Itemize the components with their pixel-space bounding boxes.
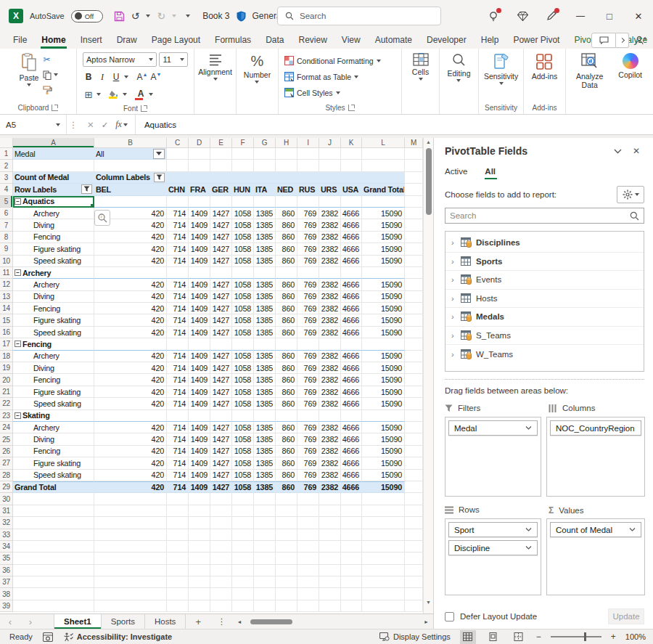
cell-M39[interactable] [405,600,423,612]
cell-H25[interactable]: 860 [276,433,297,445]
row-header-39[interactable]: 39 [0,600,13,612]
cell-A5[interactable]: −Aquatics [13,196,94,208]
cell-G30[interactable] [254,493,276,505]
cell-L37[interactable] [362,576,405,588]
row-header-1[interactable]: 1 [0,148,13,160]
cell-H9[interactable]: 860 [276,243,297,255]
cell-L23[interactable] [362,410,405,422]
cell-H2[interactable] [276,160,297,171]
row-header-10[interactable]: 10 [0,256,13,267]
dropdown-icon[interactable] [153,149,165,159]
cell-L12[interactable]: 15090 [362,279,405,290]
cell-A14[interactable]: Fencing [13,303,94,314]
cell-L19[interactable]: 15090 [362,362,405,374]
cell-F29[interactable]: 1058 [232,481,254,493]
filter-icon[interactable] [81,184,92,194]
cell-M13[interactable] [405,291,423,303]
cell-M3[interactable] [405,172,423,184]
row-header-29[interactable]: 29 [0,481,13,493]
cell-H3[interactable] [276,172,297,184]
cell-A37[interactable] [13,576,94,588]
expand-chevron-icon[interactable]: › [451,257,456,266]
cell-D36[interactable] [189,565,210,576]
ribbon-tab-home[interactable]: Home [34,32,73,49]
cell-H5[interactable] [276,196,297,208]
accessibility-icon[interactable] [63,632,73,642]
cell-F23[interactable] [232,410,254,422]
row-header-17[interactable]: 17 [0,338,13,350]
cell-L13[interactable]: 15090 [362,291,405,303]
cell-C5[interactable] [167,196,189,208]
cell-L39[interactable] [362,600,405,612]
row-header-28[interactable]: 28 [0,470,13,481]
cell-E6[interactable]: 1427 [210,208,232,219]
cell-L10[interactable]: 15090 [362,256,405,267]
cell-B12[interactable]: 420 [94,279,167,290]
col-header-B[interactable]: B [94,138,167,148]
cell-E2[interactable] [210,160,232,171]
cell-J10[interactable]: 2382 [319,256,341,267]
cell-G9[interactable]: 1385 [254,243,276,255]
cell-G16[interactable]: 1385 [254,327,276,338]
cell-D32[interactable] [189,517,210,529]
cell-G25[interactable]: 1385 [254,433,276,445]
cell-H4[interactable]: NED [276,184,297,195]
bold-button[interactable]: B [83,72,94,82]
cell-M24[interactable] [405,422,423,433]
cell-F12[interactable]: 1058 [232,279,254,290]
cell-E30[interactable] [210,493,232,505]
cell-M31[interactable] [405,505,423,517]
cell-D39[interactable] [189,600,210,612]
col-header-H[interactable]: H [276,138,297,148]
cell-M6[interactable] [405,208,423,219]
cell-G27[interactable]: 1385 [254,457,276,469]
cell-A29[interactable]: Grand Total [13,481,94,493]
underline-chevron-icon[interactable] [124,76,128,78]
cell-I5[interactable] [297,196,319,208]
cell-L4[interactable]: Grand Total [362,184,405,195]
scroll-down-icon[interactable]: ▼ [424,600,433,605]
cell-F27[interactable]: 1058 [232,457,254,469]
cell-A22[interactable]: Speed skating [13,398,94,409]
col-header-C[interactable]: C [167,138,189,148]
filters-area-box[interactable]: Medal [445,417,541,497]
cell-C23[interactable] [167,410,189,422]
cell-C17[interactable] [167,338,189,350]
cell-C8[interactable]: 714 [167,232,189,243]
cell-M15[interactable] [405,314,423,326]
cell-G4[interactable]: ITA [254,184,276,195]
cell-J20[interactable]: 2382 [319,374,341,386]
cell-L29[interactable]: 15090 [362,481,405,493]
field-item-s_teams[interactable]: ›S_Teams [445,327,644,346]
row-header-34[interactable]: 34 [0,541,13,553]
autosave-toggle[interactable]: Off [71,10,103,23]
cell-D34[interactable] [189,541,210,553]
cell-D29[interactable]: 1409 [189,481,210,493]
cell-L11[interactable] [362,267,405,279]
cell-B29[interactable]: 420 [94,481,167,493]
row-header-37[interactable]: 37 [0,576,13,588]
cell-I1[interactable] [297,148,319,160]
ribbon-tab-insert[interactable]: Insert [73,32,110,49]
scroll-right-icon[interactable]: ► [424,619,429,624]
undo-icon[interactable]: ↺ [131,11,140,21]
cell-B3[interactable]: Column Labels [94,172,167,184]
cell-M34[interactable] [405,541,423,553]
cell-J3[interactable] [319,172,341,184]
cell-F34[interactable] [232,541,254,553]
cell-H12[interactable]: 860 [276,279,297,290]
cell-J8[interactable]: 2382 [319,232,341,243]
cell-A1[interactable]: Medal [13,148,94,160]
cell-K17[interactable] [341,338,362,350]
zoom-slider[interactable] [551,636,601,637]
cell-E4[interactable]: GER [210,184,232,195]
cell-B24[interactable]: 420 [94,422,167,433]
cell-E12[interactable]: 1427 [210,279,232,290]
cell-D5[interactable] [189,196,210,208]
cell-M4[interactable] [405,184,423,195]
cell-L15[interactable]: 15090 [362,314,405,326]
cell-A33[interactable] [13,529,94,541]
cell-I7[interactable]: 769 [297,219,319,231]
cell-E13[interactable]: 1427 [210,291,232,303]
cell-L16[interactable]: 15090 [362,327,405,338]
